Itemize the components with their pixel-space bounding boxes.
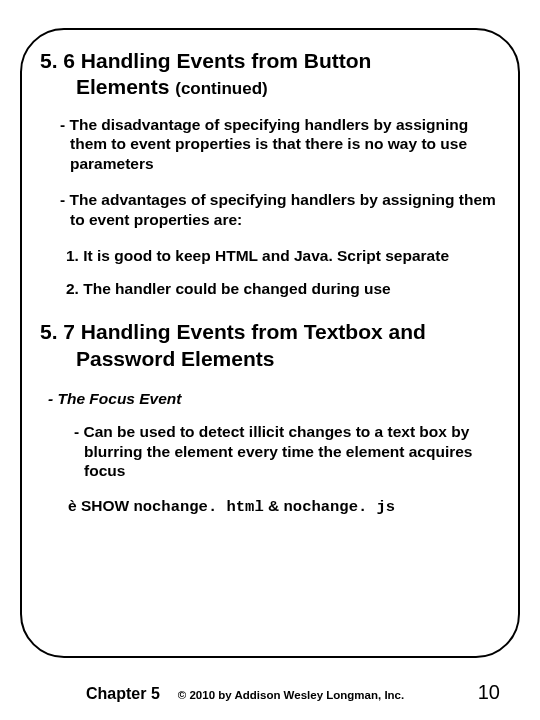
- advantage-2: 2. The handler could be changed during u…: [66, 279, 500, 299]
- code-file-1: nochange. html: [133, 498, 263, 516]
- show-line: è SHOW nochange. html & nochange. js: [68, 497, 500, 516]
- show-label: SHOW: [81, 497, 129, 514]
- section-5-7-title: 5. 7 Handling Events from Textbox and Pa…: [40, 319, 500, 372]
- arrow-icon: è: [68, 497, 77, 514]
- focus-event-label: - The Focus Event: [48, 390, 500, 408]
- focus-event-desc: - Can be used to detect illicit changes …: [62, 422, 500, 481]
- advantage-1: 1. It is good to keep HTML and Java. Scr…: [66, 246, 500, 266]
- footer-page-number: 10: [478, 681, 500, 704]
- title-5-6-line2: Elements: [76, 75, 169, 98]
- slide-footer: Chapter 5 © 2010 by Addison Wesley Longm…: [0, 681, 540, 704]
- ampersand: &: [268, 497, 279, 514]
- title-5-7-line1: 5. 7 Handling Events from Textbox and: [40, 320, 426, 343]
- title-5-7-line2: Password Elements: [40, 346, 500, 372]
- footer-chapter: Chapter 5: [86, 685, 160, 703]
- section-5-6-title: 5. 6 Handling Events from Button Element…: [40, 48, 500, 101]
- bullet-advantages: - The advantages of specifying handlers …: [48, 190, 500, 230]
- footer-copyright: © 2010 by Addison Wesley Longman, Inc.: [178, 689, 454, 701]
- continued-label: (continued): [175, 79, 268, 98]
- code-file-2: nochange. js: [284, 498, 396, 516]
- bullet-disadvantage: - The disadvantage of specifying handler…: [48, 115, 500, 174]
- slide-frame: 5. 6 Handling Events from Button Element…: [20, 28, 520, 658]
- title-5-6-line1: 5. 6 Handling Events from Button: [40, 49, 371, 72]
